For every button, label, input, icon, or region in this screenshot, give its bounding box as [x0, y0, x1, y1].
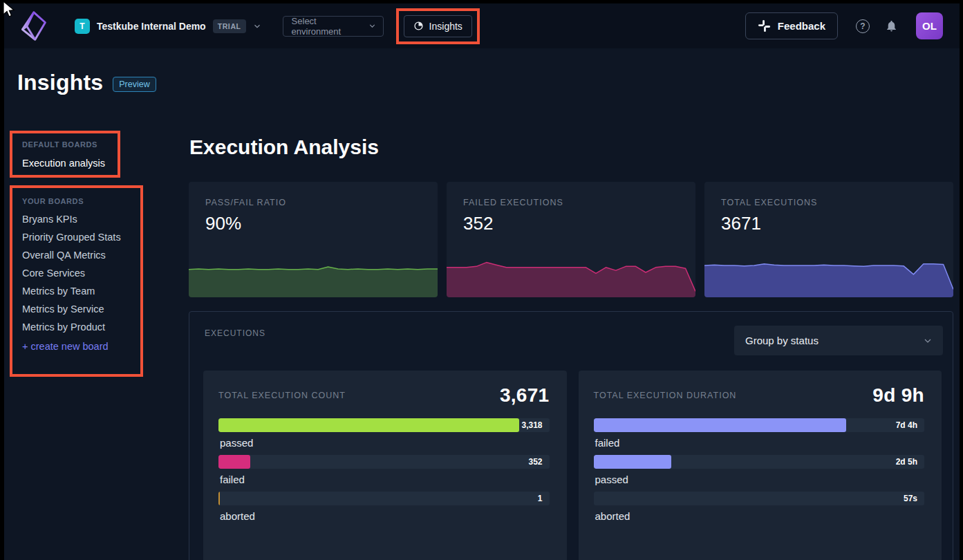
bar-track: 7d 4h	[594, 418, 925, 432]
default-boards-heading: DEFAULT BOARDS	[22, 140, 118, 149]
sidebar-item-board[interactable]: Core Services	[22, 264, 140, 282]
stat-card-value: 3671	[721, 213, 761, 234]
card-label: TOTAL EXECUTION COUNT	[218, 391, 346, 400]
page-head: Insights Preview	[17, 70, 156, 95]
top-navbar: T Testkube Internal Demo TRIAL Select en…	[4, 3, 960, 48]
stat-card-label: PASS/FAIL RATIO	[205, 198, 286, 207]
sidebar-item-board[interactable]: Priority Grouped Stats	[22, 228, 140, 246]
bar-fill-failed	[218, 455, 250, 469]
stat-card-label: TOTAL EXECUTIONS	[721, 198, 817, 207]
page-title: Insights	[17, 70, 103, 95]
stat-cards-row: PASS/FAIL RATIO 90% FAILED EXECUTIONS 35…	[189, 182, 953, 297]
slack-icon	[758, 19, 771, 32]
bar-track: 57s	[594, 492, 925, 505]
bar-label: passed	[220, 437, 550, 449]
stat-card-failed-executions: FAILED EXECUTIONS 352	[447, 182, 695, 297]
bar-track: 352	[218, 455, 550, 469]
pie-chart-icon	[413, 21, 424, 31]
bar-label: passed	[595, 474, 925, 485]
group-by-status-value: Group by status	[745, 335, 819, 346]
bar-label: aborted	[220, 510, 550, 522]
stat-card-value: 352	[463, 213, 493, 234]
board-heading: Execution Analysis	[189, 136, 379, 159]
help-icon[interactable]: ?	[856, 19, 870, 33]
group-by-status-select[interactable]: Group by status	[734, 326, 943, 355]
your-boards-list: Bryans KPIs Priority Grouped Stats Overa…	[22, 210, 140, 336]
bar-fill-passed	[218, 418, 519, 432]
create-new-board-link[interactable]: + create new board	[22, 341, 140, 352]
insights-nav-button[interactable]: Insights	[404, 15, 472, 37]
bar-label: aborted	[595, 510, 925, 522]
feedback-button[interactable]: Feedback	[745, 12, 838, 39]
card-label: TOTAL EXECUTION DURATION	[594, 391, 737, 400]
annotation-box-your-boards: YOUR BOARDS Bryans KPIs Priority Grouped…	[10, 185, 143, 377]
stat-card-label: FAILED EXECUTIONS	[463, 198, 563, 207]
trial-badge: TRIAL	[213, 19, 246, 33]
your-boards-heading: YOUR BOARDS	[22, 197, 140, 205]
sparkline-chart	[189, 248, 438, 297]
sidebar-item-board[interactable]: Metrics by Service	[22, 300, 140, 318]
notifications-bell-icon[interactable]	[885, 19, 898, 32]
preview-badge: Preview	[113, 77, 156, 92]
app-window: T Testkube Internal Demo TRIAL Select en…	[4, 3, 960, 560]
chevron-down-icon	[922, 335, 933, 346]
testkube-logo-icon[interactable]	[18, 10, 48, 43]
sparkline-chart	[447, 248, 695, 297]
environment-select[interactable]: Select environment	[283, 16, 384, 37]
sidebar-item-execution-analysis[interactable]: Execution analysis	[22, 158, 118, 169]
stat-card-value: 90%	[205, 213, 241, 234]
card-total-value: 3,671	[500, 384, 550, 407]
org-avatar: T	[75, 19, 90, 34]
environment-select-value: Select environment	[292, 16, 362, 37]
bar-value: 2d 5h	[896, 455, 917, 469]
bar-track: 2d 5h	[594, 455, 925, 469]
bar-label: failed	[220, 474, 550, 485]
sparkline-chart	[704, 248, 953, 297]
total-execution-duration-card: TOTAL EXECUTION DURATION 9d 9h 7d 4h fai…	[579, 371, 942, 560]
bar-fill-failed	[594, 418, 847, 432]
sidebar-item-board[interactable]: Metrics by Team	[22, 282, 140, 300]
bar-value: 7d 4h	[896, 418, 917, 432]
user-avatar[interactable]: OL	[916, 12, 943, 39]
org-name: Testkube Internal Demo	[97, 21, 206, 32]
help-glyph: ?	[860, 21, 865, 31]
executions-sub-cards: TOTAL EXECUTION COUNT 3,671 3,318 passed…	[203, 371, 942, 560]
insights-button-label: Insights	[429, 21, 462, 32]
bar-fill-aborted	[218, 492, 220, 505]
executions-panel-label: EXECUTIONS	[205, 328, 265, 338]
total-execution-count-card: TOTAL EXECUTION COUNT 3,671 3,318 passed…	[203, 371, 567, 560]
bar-value: 57s	[904, 492, 917, 505]
card-total-value: 9d 9h	[872, 384, 924, 407]
bar-chart: 7d 4h failed 2d 5h passed 57s aborted	[594, 418, 925, 522]
annotation-box-default-boards: DEFAULT BOARDS Execution analysis	[10, 131, 120, 178]
bar-fill-passed	[594, 455, 672, 469]
stat-card-pass-fail-ratio: PASS/FAIL RATIO 90%	[189, 182, 438, 297]
sidebar-item-board[interactable]: Bryans KPIs	[22, 210, 140, 228]
bar-value: 1	[538, 492, 543, 505]
feedback-button-label: Feedback	[778, 20, 825, 32]
bar-value: 352	[528, 455, 542, 469]
annotation-box-insights: Insights	[396, 8, 480, 44]
bar-label: failed	[595, 437, 925, 449]
sidebar-item-board[interactable]: Overall QA Metrics	[22, 246, 140, 264]
org-selector[interactable]: T Testkube Internal Demo TRIAL	[75, 19, 262, 34]
mouse-cursor	[1, 1, 17, 19]
bar-track: 1	[218, 492, 550, 505]
stat-card-total-executions: TOTAL EXECUTIONS 3671	[704, 182, 953, 297]
bar-chart: 3,318 passed 352 failed 1 aborted	[218, 418, 550, 522]
chevron-down-icon	[252, 21, 262, 31]
bar-track: 3,318	[218, 418, 550, 432]
chevron-down-icon	[368, 21, 377, 30]
executions-panel: EXECUTIONS Group by status TOTAL EXECUTI…	[189, 311, 953, 560]
bar-value: 3,318	[521, 418, 542, 432]
sidebar-item-board[interactable]: Metrics by Product	[22, 318, 140, 336]
